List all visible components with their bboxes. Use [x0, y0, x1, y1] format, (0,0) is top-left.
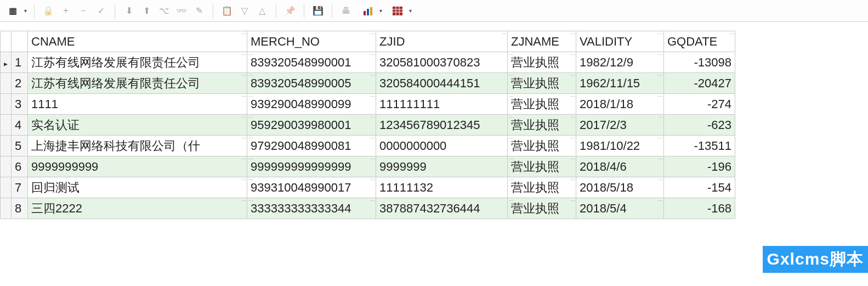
cell-zjid[interactable]: 320581000370823: [376, 52, 508, 73]
grid-icon: ▦: [9, 5, 17, 16]
column-header-zjname[interactable]: ZJNAME⋯: [508, 31, 576, 52]
row-indicator[interactable]: ▸: [1, 52, 12, 73]
cell-validity[interactable]: 1982/12/9⋯: [576, 52, 664, 73]
grid-view-dropdown[interactable]: ▾: [22, 3, 29, 19]
table-row[interactable]: 5上海捷丰网络科技有限公司（什⋯⋯979290048990081⋯0000000…: [1, 136, 735, 156]
row-indicator[interactable]: [1, 94, 12, 115]
row-number[interactable]: 6: [12, 156, 28, 177]
table-row[interactable]: 4实名认证⋯⋯959290039980001⋯123456789012345⋯营…: [1, 115, 735, 136]
cell-merchno[interactable]: ⋯979290048990081⋯: [247, 136, 376, 156]
cell-merchno[interactable]: ⋯839320548990005⋯: [247, 73, 376, 94]
row-number[interactable]: 5: [12, 136, 28, 156]
table-row[interactable]: 31111⋯⋯939290048990099⋯111111111⋯营业执照⋯20…: [1, 94, 735, 115]
row-indicator[interactable]: [1, 136, 12, 156]
cell-cname[interactable]: 江苏有线网络发展有限责任公司⋯: [28, 73, 247, 94]
row-number[interactable]: 8: [12, 198, 28, 219]
cell-cname[interactable]: 回归测试⋯: [28, 177, 247, 198]
cell-merchno[interactable]: ⋯939310048990017⋯: [247, 177, 376, 198]
row-indicator[interactable]: [1, 177, 12, 198]
row-indicator[interactable]: [1, 73, 12, 94]
row-indicator[interactable]: [1, 156, 12, 177]
chart-dropdown[interactable]: ▾: [377, 3, 384, 19]
table-row[interactable]: 69999999999⋯⋯999999999999999⋯9999999⋯营业执…: [1, 156, 735, 177]
cell-gqdate[interactable]: -13511: [664, 136, 735, 156]
cell-gqdate[interactable]: -154: [664, 177, 735, 198]
row-indicator[interactable]: [1, 198, 12, 219]
cell-merchno[interactable]: ⋯333333333333344⋯: [247, 198, 376, 219]
rownum-header[interactable]: [12, 31, 28, 52]
cell-zjid[interactable]: 11111132: [376, 177, 508, 198]
corner-cell[interactable]: [1, 31, 12, 52]
cell-zjname[interactable]: ⋯营业执照⋯: [508, 177, 576, 198]
cell-cname[interactable]: 1111⋯: [28, 94, 247, 115]
cell-cname[interactable]: 9999999999⋯: [28, 156, 247, 177]
cell-zjid[interactable]: 111111111: [376, 94, 508, 115]
cell-cname[interactable]: 上海捷丰网络科技有限公司（什⋯: [28, 136, 247, 156]
cell-validity[interactable]: 2018/4/6⋯: [576, 156, 664, 177]
row-number[interactable]: 1: [12, 52, 28, 73]
cell-gqdate[interactable]: -274: [664, 94, 735, 115]
row-number[interactable]: 2: [12, 73, 28, 94]
cell-cname[interactable]: 实名认证⋯: [28, 115, 247, 136]
svg-rect-0: [364, 11, 366, 15]
table-dropdown[interactable]: ▾: [407, 3, 413, 19]
cell-validity[interactable]: 1962/11/15⋯: [576, 73, 664, 94]
column-header-cname[interactable]: CNAME⋯: [28, 31, 247, 52]
cell-merchno[interactable]: ⋯939290048990099⋯: [247, 94, 376, 115]
cell-zjid[interactable]: 123456789012345: [376, 115, 508, 136]
cell-gqdate[interactable]: -20427: [664, 73, 735, 94]
edit-button: ✎: [191, 3, 207, 19]
column-header-validity[interactable]: VALIDITY⋯: [576, 31, 664, 52]
row-indicator[interactable]: [1, 115, 12, 136]
cell-cname[interactable]: 三四2222⋯: [28, 198, 247, 219]
table-row[interactable]: 2江苏有线网络发展有限责任公司⋯⋯839320548990005⋯3205840…: [1, 73, 735, 94]
grid-view-button[interactable]: ▦: [4, 3, 21, 19]
row-number[interactable]: 4: [12, 115, 28, 136]
column-header-merchno[interactable]: MERCH_NO⋯: [247, 31, 376, 52]
print-icon: 🖶: [342, 6, 350, 16]
cell-zjid[interactable]: 0000000000: [376, 136, 508, 156]
table-button[interactable]: [389, 3, 406, 19]
chart-button[interactable]: [360, 3, 376, 19]
cell-zjname[interactable]: ⋯营业执照⋯: [508, 156, 576, 177]
remove-button: －: [75, 3, 92, 19]
cell-zjname[interactable]: ⋯营业执照⋯: [508, 136, 576, 156]
cell-merchno[interactable]: ⋯839320548990001⋯: [247, 52, 376, 73]
table-row[interactable]: ▸1江苏有线网络发展有限责任公司⋯⋯839320548990001⋯320581…: [1, 52, 735, 73]
cell-validity[interactable]: 2018/1/18⋯: [576, 94, 664, 115]
cell-merchno[interactable]: ⋯959290039980001⋯: [247, 115, 376, 136]
row-number[interactable]: 3: [12, 94, 28, 115]
save-button[interactable]: 💾: [310, 3, 326, 19]
cell-validity[interactable]: 2017/2/3⋯: [576, 115, 664, 136]
cell-validity[interactable]: 2018/5/4⋯: [576, 198, 664, 219]
check-icon: ✓: [98, 5, 105, 16]
confirm-button: ✓: [93, 3, 109, 19]
cell-gqdate[interactable]: -13098: [664, 52, 735, 73]
cell-zjname[interactable]: ⋯营业执照⋯: [508, 73, 576, 94]
cell-zjname[interactable]: ⋯营业执照⋯: [508, 94, 576, 115]
cell-zjid[interactable]: 320584000444151: [376, 73, 508, 94]
toolbar-separator: [276, 4, 276, 18]
cell-zjid[interactable]: 9999999: [376, 156, 508, 177]
cell-validity[interactable]: 1981/10/22⋯: [576, 136, 664, 156]
cell-gqdate[interactable]: -168: [664, 198, 735, 219]
clipboard-button[interactable]: 📋: [219, 3, 235, 19]
cell-zjname[interactable]: ⋯营业执照⋯: [508, 52, 576, 73]
cell-gqdate[interactable]: -196: [664, 156, 735, 177]
cell-zjname[interactable]: ⋯营业执照⋯: [508, 198, 576, 219]
cell-zjid[interactable]: 387887432736444: [376, 198, 508, 219]
data-grid[interactable]: CNAME⋯ MERCH_NO⋯ ZJID⋯ ZJNAME⋯ VALIDITY⋯…: [0, 31, 735, 219]
cell-validity[interactable]: 2018/5/18⋯: [576, 177, 664, 198]
table-row[interactable]: 8三四2222⋯⋯333333333333344⋯387887432736444…: [1, 198, 735, 219]
table-row[interactable]: 7回归测试⋯⋯939310048990017⋯11111132⋯营业执照⋯201…: [1, 177, 735, 198]
row-number[interactable]: 7: [12, 177, 28, 198]
column-header-gqdate[interactable]: GQDATE⋯: [664, 31, 735, 52]
cell-gqdate[interactable]: -623: [664, 115, 735, 136]
column-header-zjid[interactable]: ZJID⋯: [376, 31, 508, 52]
table-icon: [393, 7, 402, 15]
triangle-down-icon: ▽: [241, 5, 248, 16]
cell-cname[interactable]: 江苏有线网络发展有限责任公司⋯: [28, 52, 247, 73]
cell-merchno[interactable]: ⋯999999999999999⋯: [247, 156, 376, 177]
cell-zjname[interactable]: ⋯营业执照⋯: [508, 115, 576, 136]
data-grid-container: CNAME⋯ MERCH_NO⋯ ZJID⋯ ZJNAME⋯ VALIDITY⋯…: [0, 22, 868, 219]
